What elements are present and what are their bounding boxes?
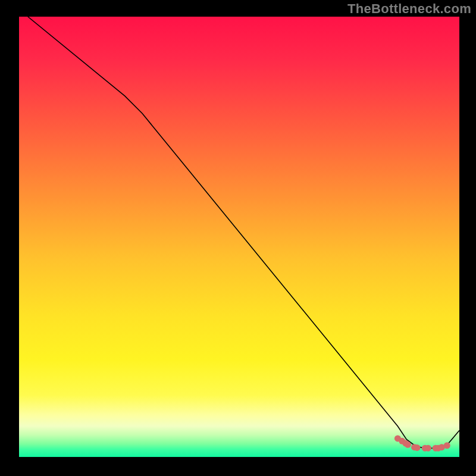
- chart-svg: [19, 17, 459, 457]
- plot-area: [19, 17, 459, 457]
- curve-path: [28, 17, 459, 448]
- marker-dot: [425, 445, 431, 452]
- watermark-text: TheBottleneck.com: [347, 1, 471, 17]
- marker-dot: [414, 444, 420, 451]
- marker-dot: [405, 441, 411, 448]
- curve-markers: [394, 435, 450, 451]
- curve-line: [28, 17, 459, 448]
- chart-stage: TheBottleneck.com: [0, 0, 476, 476]
- marker-dot: [444, 442, 450, 449]
